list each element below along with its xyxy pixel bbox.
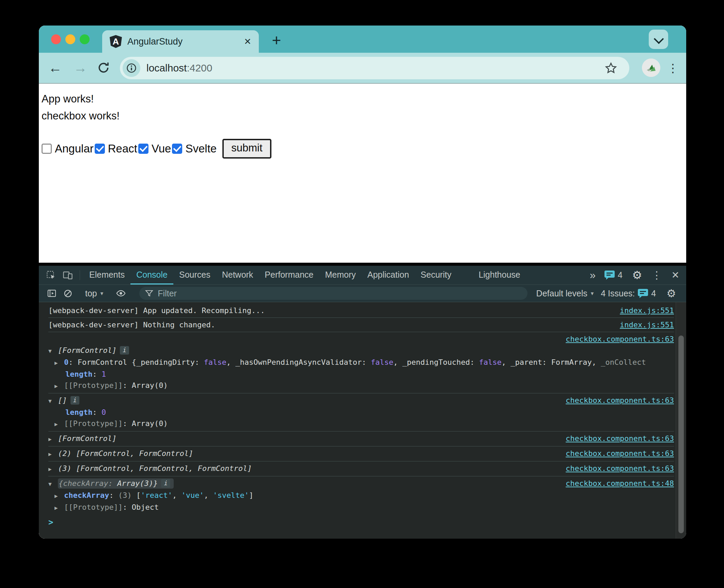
collapse-arrow-icon[interactable]: ▼ bbox=[48, 395, 55, 407]
expand-arrow-icon[interactable]: ▶ bbox=[48, 448, 55, 460]
console-token: (3) bbox=[118, 491, 136, 500]
console-token: 'react' bbox=[141, 491, 172, 500]
more-tabs-icon[interactable]: » bbox=[590, 269, 595, 281]
tab-title: AngularStudy bbox=[127, 36, 244, 47]
new-tab-button[interactable]: + bbox=[266, 30, 287, 51]
tab-console[interactable]: Console bbox=[130, 266, 173, 284]
log-levels-dropdown[interactable]: Default levels▾ bbox=[536, 289, 594, 298]
devtools-resize-border[interactable] bbox=[39, 263, 686, 266]
console-separator bbox=[48, 317, 674, 318]
tab-elements[interactable]: Elements bbox=[83, 266, 130, 284]
divider bbox=[80, 270, 80, 280]
console-sidebar-icon[interactable] bbox=[44, 289, 60, 298]
source-link[interactable]: checkbox.component.ts:63 bbox=[566, 463, 674, 474]
console-token: [[Prototype]] bbox=[64, 503, 123, 511]
expand-arrow-icon[interactable]: ▶ bbox=[54, 357, 61, 369]
expand-arrow-icon[interactable]: ▶ bbox=[54, 380, 61, 392]
console-rows: [webpack-dev-server] App updated. Recomp… bbox=[39, 302, 686, 513]
console-token: 'svelte' bbox=[213, 491, 249, 500]
console-row: ▶0: FormControl {_pendingDirty: false, _… bbox=[48, 357, 674, 369]
tab-network[interactable]: Network bbox=[216, 266, 259, 284]
bookmark-star-icon[interactable] bbox=[605, 62, 617, 74]
console-settings-gear-icon[interactable]: ⚙ bbox=[663, 287, 679, 300]
device-toolbar-icon[interactable] bbox=[59, 266, 76, 284]
devtools-close-icon[interactable]: ✕ bbox=[672, 270, 679, 281]
expand-arrow-icon[interactable]: ▶ bbox=[48, 434, 55, 445]
console-token: false bbox=[371, 358, 393, 366]
console-row: length: 0 bbox=[48, 407, 674, 418]
tab-sources[interactable]: Sources bbox=[173, 266, 216, 284]
checkbox-svelte[interactable] bbox=[172, 144, 182, 154]
tab-search-button[interactable] bbox=[649, 30, 668, 49]
source-link[interactable]: checkbox.component.ts:63 bbox=[566, 448, 674, 459]
minimize-window-button[interactable] bbox=[65, 34, 75, 44]
source-link[interactable]: checkbox.component.ts:63 bbox=[566, 433, 674, 444]
url-bar[interactable]: localhost:4200 bbox=[120, 57, 629, 79]
tab-lighthouse[interactable]: Lighthouse bbox=[473, 266, 526, 284]
expand-arrow-icon[interactable]: ▶ bbox=[54, 419, 61, 430]
info-badge: i bbox=[161, 479, 170, 488]
console-token: [[Prototype]] bbox=[64, 381, 123, 390]
console-row: ▶checkArray: (3) ['react', 'vue', 'svelt… bbox=[48, 490, 674, 502]
source-link[interactable]: index.js:551 bbox=[620, 305, 674, 316]
console-token: (2) [FormControl, FormControl] bbox=[58, 449, 193, 458]
console-token: [] bbox=[58, 396, 67, 405]
caret-down-icon: ▾ bbox=[100, 290, 104, 297]
source-link[interactable]: checkbox.component.ts:48 bbox=[566, 478, 674, 489]
title-bar: A AngularStudy ✕ + bbox=[39, 26, 686, 53]
issues-counter[interactable]: 4 bbox=[604, 270, 623, 280]
console-token: : Array(0) bbox=[123, 381, 168, 390]
collapse-arrow-icon[interactable]: ▼ bbox=[48, 478, 55, 490]
expand-arrow-icon[interactable]: ▶ bbox=[54, 502, 61, 513]
checkbox-react[interactable] bbox=[95, 144, 105, 154]
tab-close-icon[interactable]: ✕ bbox=[244, 36, 251, 47]
source-link[interactable]: index.js:551 bbox=[620, 319, 674, 330]
filter-input[interactable]: Filter bbox=[139, 287, 527, 300]
checkbox-angular[interactable] bbox=[42, 144, 52, 154]
settings-gear-icon[interactable]: ⚙ bbox=[632, 268, 642, 282]
profile-avatar[interactable] bbox=[642, 59, 660, 77]
back-button[interactable]: ← bbox=[48, 53, 62, 83]
console-token: [webpack-dev-server] App updated. Recomp… bbox=[48, 306, 265, 315]
console-token: {checkArray: bbox=[59, 479, 117, 488]
checkbox-vue[interactable] bbox=[138, 144, 148, 154]
angular-favicon-icon: A bbox=[110, 35, 122, 48]
expand-arrow-icon[interactable]: ▶ bbox=[48, 463, 55, 475]
console-row: ▼{checkArray: Array(3)}icheckbox.compone… bbox=[48, 478, 674, 490]
console-token: false bbox=[479, 358, 502, 366]
live-expression-eye-icon[interactable] bbox=[112, 288, 129, 298]
console-row: ▶(2) [FormControl, FormControl]checkbox.… bbox=[48, 448, 674, 460]
console-token: , _pendingTouched: bbox=[393, 358, 479, 366]
collapse-arrow-icon[interactable]: ▼ bbox=[48, 345, 55, 357]
inspect-element-icon[interactable] bbox=[43, 266, 59, 284]
toolbar-issues-counter[interactable]: 4 Issues: 4 bbox=[601, 289, 656, 298]
browser-tab[interactable]: A AngularStudy ✕ bbox=[102, 30, 259, 53]
scrollbar-thumb[interactable] bbox=[678, 336, 684, 533]
clear-console-icon[interactable] bbox=[60, 289, 76, 298]
browser-window: A AngularStudy ✕ + ← → bbox=[39, 26, 686, 539]
tab-memory[interactable]: Memory bbox=[319, 266, 361, 284]
issues-bubble-icon bbox=[604, 271, 615, 280]
javascript-context-selector[interactable]: top▾ bbox=[83, 289, 105, 298]
devtools-tabs: ElementsConsoleSourcesNetworkPerformance… bbox=[83, 266, 526, 284]
source-link[interactable]: checkbox.component.ts:63 bbox=[566, 395, 674, 406]
close-window-button[interactable] bbox=[51, 34, 61, 44]
console-row: ▼[]icheckbox.component.ts:63 bbox=[48, 395, 674, 407]
submit-button[interactable]: submit bbox=[222, 139, 271, 159]
forward-button[interactable]: → bbox=[74, 53, 87, 83]
fullscreen-window-button[interactable] bbox=[80, 34, 90, 44]
console-prompt[interactable]: > bbox=[39, 518, 686, 527]
site-info-button[interactable] bbox=[123, 59, 140, 77]
url-text[interactable]: localhost:4200 bbox=[146, 62, 605, 74]
source-link[interactable]: checkbox.component.ts:63 bbox=[566, 333, 674, 345]
devtools-menu-icon[interactable]: ⋮ bbox=[652, 269, 662, 281]
reload-button[interactable] bbox=[97, 61, 110, 75]
expand-arrow-icon[interactable]: ▶ bbox=[54, 490, 61, 502]
tab-security[interactable]: Security bbox=[415, 266, 457, 284]
tab-performance[interactable]: Performance bbox=[259, 266, 319, 284]
console-token: 0 bbox=[64, 358, 68, 366]
tab-application[interactable]: Application bbox=[362, 266, 415, 284]
console-scrollbar[interactable] bbox=[676, 302, 686, 539]
framework-form: AngularReactVueSvelte submit bbox=[42, 139, 686, 159]
browser-menu-button[interactable]: ⋮ bbox=[667, 53, 679, 83]
